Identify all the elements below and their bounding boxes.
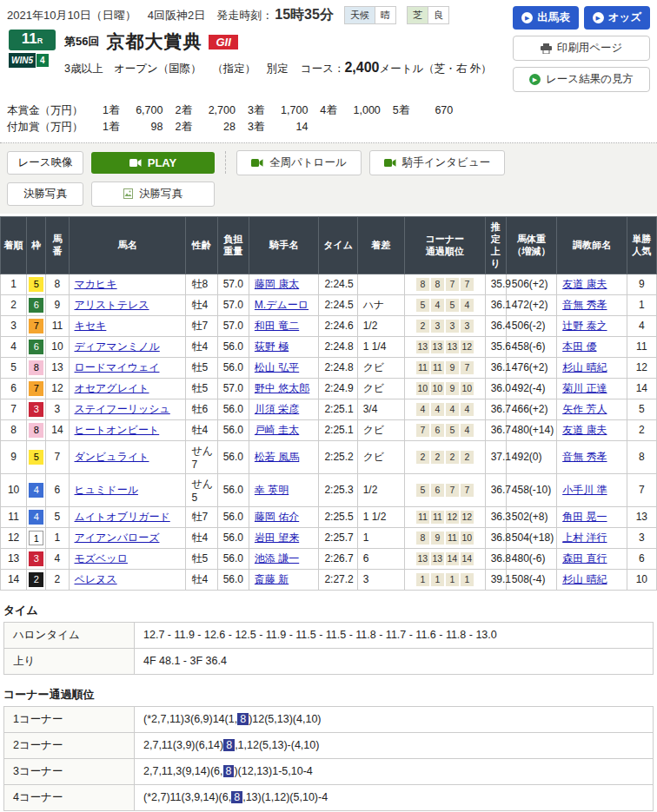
- jockey-link[interactable]: 松山 弘平: [255, 361, 299, 373]
- trainer-cell: 杉山 晴紀: [557, 569, 627, 590]
- corner-position-box: 8: [416, 278, 429, 291]
- last-3f: 36.1: [485, 294, 506, 315]
- corner-tbody: 1コーナー(*2,7,11)3(6,9)14(1,8)12(5,13)(4,10…: [4, 706, 654, 810]
- horse-number: 9: [46, 294, 69, 315]
- horse-link[interactable]: ペレヌス: [75, 573, 117, 585]
- corner-position-box: 7: [416, 424, 429, 437]
- jockey-link[interactable]: 藤岡 康太: [255, 278, 299, 290]
- entries-button[interactable]: ▶ 出馬表: [513, 6, 579, 30]
- sex-age: 牡5: [186, 357, 217, 378]
- horse-number: 14: [46, 419, 69, 440]
- time: 2:24.9: [319, 378, 357, 399]
- corner-positions: 2333: [405, 315, 486, 336]
- odds-button[interactable]: ▶ オッズ: [584, 6, 650, 30]
- time-row-value: 4F 48.1 - 3F 36.4: [135, 648, 654, 674]
- main-prize-label: 本賞金（万円）: [7, 102, 90, 119]
- horse-link[interactable]: ダンビュライト: [75, 451, 149, 463]
- horse-number: 7: [46, 440, 69, 473]
- horse-link[interactable]: オセアグレイト: [75, 382, 149, 394]
- weather-label: 天候: [345, 7, 375, 23]
- jockey-link[interactable]: 池添 謙一: [255, 552, 299, 564]
- trainer-link[interactable]: 本田 優: [562, 340, 596, 353]
- corner-position-box: 2: [461, 451, 474, 464]
- jockey-link[interactable]: 岩田 望来: [255, 531, 299, 544]
- finish-photo-button[interactable]: 決勝写真: [91, 182, 215, 207]
- print-button[interactable]: 印刷用ページ: [513, 36, 650, 61]
- jockey-link[interactable]: 野中 悠太郎: [255, 382, 309, 394]
- horse-link[interactable]: ロードマイウェイ: [75, 361, 160, 373]
- horse-link[interactable]: ヒュミドール: [75, 484, 138, 496]
- corner-position-box: 11: [416, 361, 429, 374]
- trainer-link[interactable]: 杉山 晴紀: [562, 573, 607, 585]
- jockey-cell: 松山 弘平: [249, 357, 319, 378]
- sex-age: 牡8: [186, 274, 217, 294]
- trainer-link[interactable]: 友道 康夫: [562, 424, 607, 436]
- prize-added: 1着982着283着14: [90, 119, 308, 135]
- frame-number: 8: [29, 360, 43, 375]
- margin: クビ: [357, 440, 404, 473]
- trainer-link[interactable]: 音無 秀孝: [562, 451, 607, 463]
- jockey-link[interactable]: M.デムーロ: [255, 299, 309, 311]
- win-favorite: 13: [627, 506, 656, 527]
- win-favorite: 5: [627, 399, 656, 419]
- patrol-video-button[interactable]: 全周パトロール: [236, 150, 362, 175]
- trainer-link[interactable]: 友道 康夫: [562, 278, 607, 290]
- horse-link[interactable]: ヒートオンビート: [75, 424, 160, 436]
- trainer-link[interactable]: 辻野 泰之: [562, 320, 607, 332]
- prize-rank: 2着: [175, 119, 191, 135]
- jockey-link[interactable]: 荻野 極: [255, 340, 289, 353]
- result-row: 733ステイフーリッシュ牡656.0川須 栄彦2:25.13/4444436.7…: [1, 399, 657, 419]
- trainer-cell: 音無 秀孝: [557, 294, 627, 315]
- carried-weight: 56.0: [217, 440, 249, 473]
- media-section: レース映像 PLAY 全周パトロール 騎手インタビュー 決勝写真 決勝写真: [0, 143, 657, 214]
- finish-position: 1: [1, 274, 27, 294]
- horse-link[interactable]: キセキ: [75, 320, 107, 332]
- jockey-link[interactable]: 藤岡 佑介: [255, 511, 299, 523]
- trainer-link[interactable]: 森田 直行: [562, 552, 607, 564]
- sex-age: 牡4: [186, 527, 217, 548]
- horse-number: 8: [46, 274, 69, 294]
- jockey-cell: 和田 竜二: [249, 315, 319, 336]
- body-weight: 506(-2): [506, 315, 556, 336]
- horse-link[interactable]: モズベッロ: [75, 552, 128, 564]
- camera-icon: [129, 158, 142, 168]
- divider: [225, 151, 226, 174]
- jockey-link[interactable]: 斎藤 新: [255, 573, 289, 585]
- trainer-link[interactable]: 菊川 正達: [562, 382, 607, 394]
- play-button[interactable]: PLAY: [91, 152, 215, 174]
- jockey-link[interactable]: 川須 栄彦: [255, 403, 299, 415]
- horse-link[interactable]: ディアマンミノル: [75, 340, 160, 353]
- jockey-link[interactable]: 和田 竜二: [255, 320, 299, 332]
- finish-position: 11: [1, 506, 27, 527]
- jockey-link[interactable]: 戸崎 圭太: [255, 424, 299, 436]
- trainer-link[interactable]: 杉山 晴紀: [562, 361, 607, 373]
- horse-name-cell: キセキ: [69, 315, 186, 336]
- corner-row: 3コーナー2,7,11,3(9,14)(6,8)(12,13)1-5,10-4: [4, 758, 654, 784]
- corner-position-box: 4: [446, 403, 459, 416]
- finish-position: 14: [1, 569, 27, 590]
- carried-weight: 56.0: [217, 357, 249, 378]
- trainer-link[interactable]: 矢作 芳人: [562, 403, 607, 415]
- jockey-link[interactable]: 松若 風馬: [255, 451, 299, 463]
- time-table: ハロンタイム12.7 - 11.9 - 12.6 - 12.5 - 11.9 -…: [3, 622, 654, 675]
- jockey-link[interactable]: 幸 英明: [255, 484, 289, 496]
- horse-link[interactable]: マカヒキ: [75, 278, 117, 290]
- horse-link[interactable]: ステイフーリッシュ: [75, 403, 170, 415]
- horse-link[interactable]: ムイトオブリガード: [75, 511, 170, 523]
- horse-link[interactable]: アイアンバローズ: [75, 531, 160, 544]
- trainer-link[interactable]: 小手川 準: [562, 484, 607, 496]
- jockey-interview-button[interactable]: 騎手インタビュー: [369, 150, 505, 175]
- trainer-link[interactable]: 角田 晃一: [562, 511, 607, 523]
- corner-positions: 13131414: [405, 548, 486, 569]
- body-weight: 458(-6): [506, 336, 556, 357]
- result-guide-button[interactable]: ▶ レース結果の見方: [513, 67, 650, 92]
- corner-position-box: 9: [446, 382, 459, 395]
- trainer-link[interactable]: 音無 秀孝: [562, 299, 607, 311]
- last-3f: 36.8: [485, 527, 506, 548]
- trainer-link[interactable]: 上村 洋行: [562, 531, 607, 544]
- last-3f: 36.7: [485, 399, 506, 419]
- margin: ハナ: [357, 294, 404, 315]
- camera-icon: [384, 158, 396, 168]
- corner-position-box: 14: [461, 552, 474, 565]
- horse-link[interactable]: アリストテレス: [75, 299, 149, 311]
